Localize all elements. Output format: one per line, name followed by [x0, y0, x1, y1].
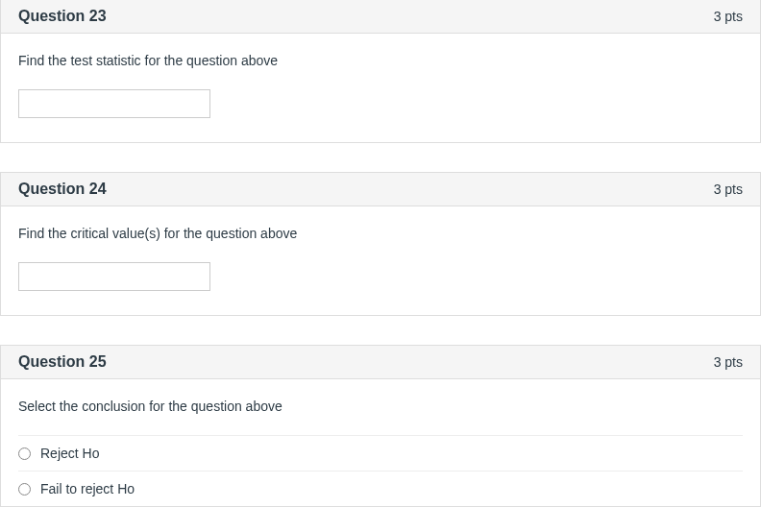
- answer-input[interactable]: [18, 89, 210, 118]
- radio-input[interactable]: [18, 447, 31, 460]
- question-title: Question 25: [18, 353, 107, 371]
- question-prompt: Find the test statistic for the question…: [18, 53, 743, 68]
- radio-label: Reject Ho: [40, 446, 99, 461]
- radio-input[interactable]: [18, 483, 31, 496]
- question-body: Select the conclusion for the question a…: [1, 379, 760, 506]
- question-header: Question 23 3 pts: [1, 0, 760, 34]
- question-body: Find the test statistic for the question…: [1, 34, 760, 142]
- question-header: Question 25 3 pts: [1, 346, 760, 379]
- question-body: Find the critical value(s) for the quest…: [1, 206, 760, 315]
- question-title: Question 23: [18, 8, 107, 25]
- answer-input[interactable]: [18, 262, 210, 291]
- radio-list: Reject Ho Fail to reject Ho: [18, 435, 743, 506]
- question-points: 3 pts: [714, 9, 743, 24]
- question-points: 3 pts: [714, 181, 743, 197]
- radio-option-fail-to-reject[interactable]: Fail to reject Ho: [18, 472, 743, 506]
- question-23-block: Question 23 3 pts Find the test statisti…: [0, 0, 761, 143]
- question-prompt: Find the critical value(s) for the quest…: [18, 226, 743, 241]
- question-25-block: Question 25 3 pts Select the conclusion …: [0, 345, 761, 507]
- question-points: 3 pts: [714, 354, 743, 370]
- question-title: Question 24: [18, 181, 107, 198]
- radio-option-reject[interactable]: Reject Ho: [18, 436, 743, 472]
- question-header: Question 24 3 pts: [1, 173, 760, 206]
- question-prompt: Select the conclusion for the question a…: [18, 399, 743, 414]
- question-24-block: Question 24 3 pts Find the critical valu…: [0, 172, 761, 316]
- radio-label: Fail to reject Ho: [40, 481, 135, 496]
